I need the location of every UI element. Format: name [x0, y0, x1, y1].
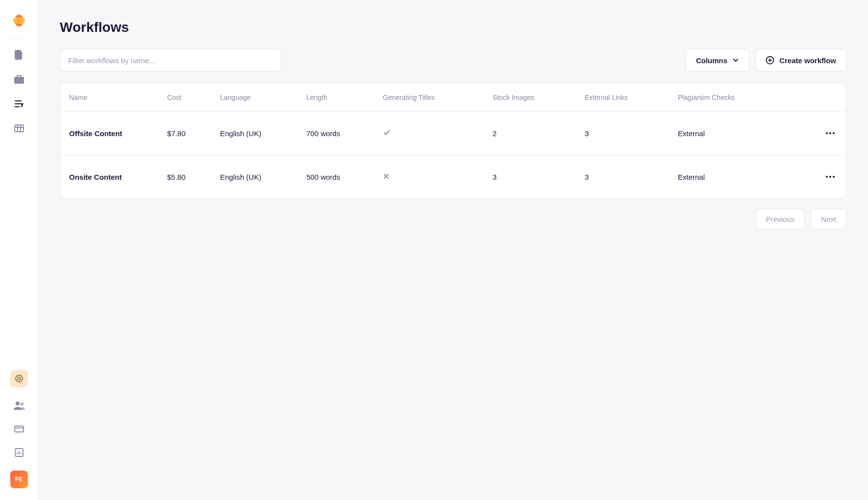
nav-people-icon[interactable]: [14, 400, 25, 411]
next-button[interactable]: Next: [811, 209, 846, 229]
nav-chart-icon[interactable]: [14, 447, 25, 458]
toolbar: Columns Create workflow: [60, 49, 846, 71]
cell-stock-images: 3: [493, 173, 585, 181]
cell-external-links: 3: [585, 129, 678, 138]
filter-input[interactable]: [60, 49, 281, 71]
svg-rect-0: [15, 125, 24, 132]
x-icon: [383, 173, 390, 180]
plus-circle-icon: [766, 56, 774, 65]
columns-button[interactable]: Columns: [686, 49, 749, 71]
svg-point-4: [21, 403, 24, 405]
th-length[interactable]: Length: [306, 94, 383, 101]
svg-point-12: [829, 176, 831, 178]
th-cost[interactable]: Cost: [167, 94, 220, 101]
avatar[interactable]: FE: [10, 471, 28, 488]
cell-length: 700 words: [306, 129, 383, 138]
table-row[interactable]: Onsite Content$5.80English (UK)500 words…: [60, 155, 846, 198]
workflows-table: Name Cost Language Length Generating Tit…: [60, 83, 846, 199]
svg-point-11: [826, 176, 828, 178]
table-header: Name Cost Language Length Generating Tit…: [60, 84, 846, 112]
th-stock-images[interactable]: Stock Images: [493, 94, 585, 101]
svg-point-1: [16, 375, 23, 382]
row-menu-button[interactable]: [823, 170, 837, 184]
nav-document-icon[interactable]: [14, 49, 25, 60]
th-language[interactable]: Language: [220, 94, 306, 101]
cell-cost: $7.80: [167, 129, 220, 138]
table-row[interactable]: Offsite Content$7.80English (UK)700 word…: [60, 112, 846, 155]
nav-workflows-icon[interactable]: [14, 98, 25, 109]
svg-point-9: [829, 132, 831, 134]
create-workflow-button[interactable]: Create workflow: [755, 49, 846, 71]
svg-point-13: [833, 176, 835, 178]
nav-table-icon[interactable]: [14, 123, 25, 134]
create-workflow-label: Create workflow: [779, 56, 836, 65]
svg-point-2: [18, 377, 21, 380]
th-external-links[interactable]: External Links: [585, 94, 678, 101]
cell-stock-images: 2: [493, 129, 585, 138]
svg-point-8: [826, 132, 828, 134]
th-plagiarism[interactable]: Plagiarsim Checks: [678, 94, 808, 101]
nav-card-icon[interactable]: [14, 424, 25, 434]
cell-gen-titles: [383, 129, 493, 138]
svg-point-3: [16, 402, 20, 405]
cell-gen-titles: [383, 173, 493, 181]
svg-point-10: [833, 132, 835, 134]
cell-language: English (UK): [220, 129, 306, 138]
page-title: Workflows: [60, 20, 846, 35]
row-actions: [808, 170, 837, 184]
logo-icon: [10, 12, 28, 29]
sidebar-divider: [9, 38, 29, 39]
cell-cost: $5.80: [167, 173, 220, 181]
check-icon: [383, 129, 391, 137]
columns-button-label: Columns: [696, 56, 727, 65]
nav-briefcase-icon[interactable]: [14, 74, 25, 85]
nav-highlight-circle-icon[interactable]: [10, 370, 28, 387]
cell-length: 500 words: [306, 173, 383, 181]
cell-name: Offsite Content: [69, 129, 167, 138]
th-name[interactable]: Name: [69, 94, 167, 101]
chevron-down-icon: [732, 57, 739, 64]
th-gen-titles[interactable]: Generating Titles: [383, 94, 493, 101]
cell-plagiarism: External: [678, 173, 808, 181]
cell-name: Onsite Content: [69, 173, 167, 181]
row-menu-button[interactable]: [823, 126, 837, 140]
cell-language: English (UK): [220, 173, 306, 181]
row-actions: [808, 126, 837, 140]
cell-external-links: 3: [585, 173, 678, 181]
avatar-initials: FE: [15, 476, 23, 483]
main-content: Workflows Columns Create workflow Name C…: [38, 0, 868, 500]
pagination: Previous Next: [60, 209, 846, 229]
svg-rect-5: [15, 426, 24, 432]
cell-plagiarism: External: [678, 129, 808, 138]
previous-button[interactable]: Previous: [756, 209, 805, 229]
sidebar: FE: [0, 0, 38, 500]
